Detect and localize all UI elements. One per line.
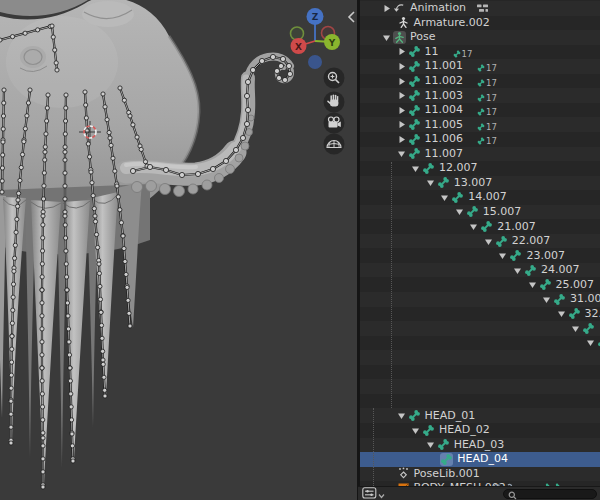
chevron-down-icon[interactable] [513,266,524,275]
outliner-row[interactable]: HEAD_01 [360,408,600,423]
outliner-row[interactable]: 12.007 [360,161,600,176]
chevron-down-icon[interactable] [397,411,408,420]
outliner-row[interactable]: HEAD_02 [360,423,600,438]
outliner-row[interactable]: 24.007 [360,263,600,278]
chevron-right-icon[interactable] [397,47,408,56]
bone-icon [408,133,421,146]
outliner-row[interactable]: Pose [360,30,600,45]
chevron-right-icon[interactable] [397,135,408,144]
gizmo-x-label: X [295,42,302,52]
outliner-row-label: 31.007 [570,292,600,306]
chevron-down-icon[interactable] [411,164,422,173]
outliner-row-label: HEAD_04 [457,452,508,466]
chevron-right-icon[interactable] [397,77,408,86]
bone-icon [408,118,421,131]
outliner-row[interactable]: HEAD_03 [360,438,600,453]
outliner-row[interactable]: 11.006 17 [360,132,600,147]
chevron-down-icon[interactable] [397,149,408,158]
search-input[interactable] [519,490,595,498]
chevron-down-icon[interactable] [469,222,480,231]
hierarchy-connector-line [373,408,374,486]
chevron-right-icon[interactable] [397,106,408,115]
outliner-row[interactable] [360,394,600,409]
outliner-row[interactable]: 13.007 [360,176,600,191]
bone-icon [582,322,595,335]
outliner-row-label: PoseLib.001 [414,467,480,481]
bone-count-badge: 17 [477,93,497,103]
chevron-right-icon[interactable] [382,4,393,13]
outliner-row-label: 11.004 [425,103,464,117]
chevron-down-icon[interactable] [498,251,509,260]
chevron-down-icon[interactable] [528,280,539,289]
chevron-down-icon[interactable] [411,426,422,435]
bone-icon [524,264,537,277]
gizmo-y-label: Y [328,38,336,48]
camera-icon[interactable] [324,113,345,134]
outliner-row[interactable]: 23.007 [360,248,600,263]
gizmo-neg-y-ball[interactable] [291,27,304,40]
chevron-right-icon[interactable] [397,120,408,129]
zoom-icon[interactable] [324,68,345,89]
outliner-row-label: 11.003 [425,89,464,103]
outliner-row[interactable]: 11.002 17 [360,74,600,89]
outliner-row[interactable]: 11.005 17 [360,117,600,132]
chevron-right-icon[interactable] [397,62,408,71]
outliner-row[interactable]: 25.007 [360,277,600,292]
outliner-row[interactable] [360,321,600,336]
chevron-down-icon[interactable] [440,193,451,202]
chevron-right-icon[interactable] [397,91,408,100]
outliner-row[interactable]: 22.007 [360,234,600,249]
gizmo-neg-z-ball[interactable] [308,55,322,69]
chevron-down-icon[interactable] [382,33,393,42]
chevron-down-icon[interactable] [557,309,568,318]
editor-type-button[interactable] [362,484,385,500]
chevron-down-icon[interactable] [426,440,437,449]
3d-viewport[interactable]: Z X Y [0,0,358,500]
outliner-row-label: 11 [425,45,439,59]
outliner-row[interactable]: 14.007 [360,190,600,205]
chevron-down-icon [378,484,385,500]
chevron-down-icon[interactable] [586,338,597,347]
outliner-row-label: 32.007 [585,307,600,321]
grid-dome-icon[interactable] [324,134,345,155]
outliner-row[interactable]: PoseLib.001 [360,467,600,482]
outliner-row[interactable]: 31.007 [360,292,600,307]
outliner-row[interactable]: 11.003 17 [360,88,600,103]
bone-icon [422,424,435,437]
chevron-down-icon[interactable] [571,324,582,333]
outliner-row-label: 25.007 [556,278,595,292]
bone-icon [408,60,421,73]
outliner-row[interactable]: 11.004 17 [360,103,600,118]
outliner-row[interactable]: 11.007 [360,147,600,162]
search-box[interactable] [503,489,597,499]
bone-count-badge: 17 [453,49,473,59]
outliner-row[interactable]: 11.001 17 [360,59,600,74]
outliner-row[interactable]: HEAD_04 [360,452,600,467]
chevron-down-icon[interactable] [455,207,466,216]
outliner-row-label: Pose [410,30,435,44]
bone-count-badge: 17 [477,78,497,88]
outliner-row[interactable]: 21.007 [360,219,600,234]
pose-icon [393,31,406,44]
outliner-row[interactable] [360,350,600,365]
outliner-row[interactable] [360,379,600,394]
search-icon [508,485,517,500]
outliner-row-label: 11.001 [425,59,464,73]
outliner-row-label: 11.005 [425,118,464,132]
outliner-row[interactable]: Animation [360,1,600,16]
outliner-row-label: 15.007 [483,205,522,219]
outliner-row[interactable]: 11 17 [360,45,600,60]
chevron-down-icon[interactable] [542,295,553,304]
chevron-down-icon[interactable] [484,237,495,246]
outliner-row[interactable] [360,336,600,351]
bone-count-badge: 17 [477,107,497,117]
poselib-icon [397,467,410,480]
outliner-row-label: 11.007 [425,147,464,161]
outliner-row[interactable]: 32.007 [360,307,600,322]
outliner-row[interactable] [360,365,600,380]
outliner-row[interactable]: Armature.002 [360,16,600,31]
hand-icon[interactable] [324,92,345,113]
chevron-down-icon[interactable] [426,178,437,187]
outliner-panel[interactable]: Animation Armature.002 Pose 11 17 11.001… [360,0,600,486]
outliner-row[interactable]: 15.007 [360,205,600,220]
